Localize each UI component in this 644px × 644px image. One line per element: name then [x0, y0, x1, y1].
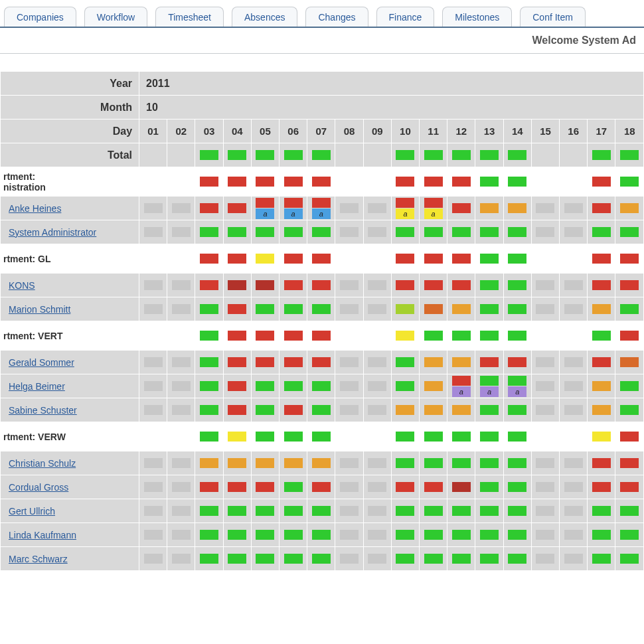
- status-chip: [536, 530, 554, 540]
- status-chip: [144, 530, 163, 540]
- person-link[interactable]: Marion Schmitt: [9, 304, 70, 315]
- grid-cell: [615, 197, 644, 220]
- status-chip: [480, 331, 499, 341]
- tab-changes[interactable]: Changes: [305, 7, 368, 27]
- status-chip: [536, 458, 554, 468]
- grid-cell: [420, 244, 447, 274]
- tab-conf-item[interactable]: Conf Item: [520, 7, 586, 27]
- tab-timesheet[interactable]: Timesheet: [155, 7, 224, 27]
- grid-cell: [307, 499, 335, 523]
- status-chip: [592, 203, 611, 213]
- status-chip: [480, 458, 499, 468]
- status-chip: [536, 506, 554, 516]
- grid-cell: [503, 523, 531, 547]
- person-link[interactable]: Gert Ullrich: [9, 506, 55, 517]
- nav-tabs: CompaniesWorkflowTimesheetAbsencesChange…: [0, 0, 644, 28]
- grid-cell: [195, 398, 223, 422]
- day-col-10: 10: [391, 120, 419, 143]
- tab-workflow[interactable]: Workflow: [84, 7, 147, 27]
- status-chip: [592, 331, 611, 341]
- grid-cell: [447, 523, 475, 547]
- tab-milestones[interactable]: Milestones: [442, 7, 512, 27]
- status-chip: [396, 458, 414, 468]
- status-chip: [564, 458, 583, 468]
- grid-cell: [420, 398, 447, 422]
- grid-cell: [391, 398, 419, 422]
- person-link[interactable]: Cordual Gross: [9, 482, 68, 493]
- status-chip: [592, 150, 611, 160]
- welcome-text: Welcome System Ad: [0, 28, 644, 54]
- grid-cell: [139, 523, 167, 547]
- status-chip: [340, 530, 359, 540]
- timesheet-grid: Year2011Month10Day0102030405060708091011…: [0, 71, 644, 571]
- status-chip: [172, 554, 191, 564]
- grid-cell: [615, 547, 644, 571]
- grid-cell: [335, 197, 363, 220]
- grid-cell: [195, 374, 223, 398]
- grid-cell: [167, 374, 195, 398]
- person-link[interactable]: System Administrator: [9, 227, 96, 238]
- status-chip: [424, 405, 443, 415]
- tab-absences[interactable]: Absences: [232, 7, 297, 27]
- status-chip: [340, 458, 359, 468]
- status-chip: [312, 150, 331, 160]
- status-chip: [536, 482, 554, 492]
- status-chip: [564, 280, 583, 290]
- person-cell: Marc Schwarz: [1, 547, 139, 571]
- grid-cell: [363, 475, 391, 499]
- grid-cell: [335, 523, 363, 547]
- tab-finance[interactable]: Finance: [376, 7, 435, 27]
- status-chip: [256, 280, 274, 290]
- grid-cell: [307, 523, 335, 547]
- status-chip: [200, 432, 218, 442]
- grid-cell: a: [280, 197, 307, 220]
- grid-cell: [615, 374, 644, 398]
- status-chip: [396, 381, 414, 391]
- grid-cell: [335, 143, 363, 167]
- status-chip: [228, 405, 246, 415]
- grid-cell: a: [475, 374, 503, 398]
- status-chip: [508, 458, 526, 468]
- grid-cell: [363, 422, 391, 451]
- person-link[interactable]: Anke Heines: [9, 203, 61, 214]
- person-link[interactable]: Marc Schwarz: [9, 554, 68, 564]
- grid-cell: [139, 451, 167, 475]
- grid-cell: [503, 451, 531, 475]
- person-link[interactable]: Linda Kaufmann: [9, 530, 76, 540]
- grid-cell: [363, 167, 391, 197]
- status-chip: [452, 254, 471, 264]
- status-chip: [452, 405, 471, 415]
- status-chip: [396, 227, 414, 237]
- status-chip: [284, 227, 303, 237]
- grid-cell: [531, 297, 559, 321]
- status-chip: [256, 554, 274, 564]
- person-link[interactable]: Gerald Sommer: [9, 357, 74, 368]
- grid-cell: [251, 475, 279, 499]
- grid-cell: [531, 351, 559, 374]
- person-link[interactable]: Sabine Schuster: [9, 405, 77, 416]
- grid-cell: [560, 274, 588, 297]
- grid-cell: [560, 547, 588, 571]
- grid-cell: [531, 523, 559, 547]
- grid-cell: [447, 451, 475, 475]
- tab-companies[interactable]: Companies: [4, 7, 76, 27]
- grid-cell: [420, 475, 447, 499]
- grid-cell: [560, 523, 588, 547]
- grid-cell: [223, 422, 251, 451]
- status-chip: [200, 280, 218, 290]
- status-chip: [340, 357, 359, 367]
- status-chip: [620, 177, 639, 187]
- grid-cell: [531, 398, 559, 422]
- status-chip: [536, 304, 554, 314]
- status-chip: [228, 482, 246, 492]
- grid-cell: [588, 451, 615, 475]
- person-link[interactable]: Helga Beimer: [9, 381, 65, 392]
- status-chip: [200, 227, 218, 237]
- grid-cell: [280, 351, 307, 374]
- grid-cell: [251, 398, 279, 422]
- person-link[interactable]: Christian Schulz: [9, 458, 76, 469]
- status-chip: [228, 506, 246, 516]
- person-link[interactable]: KONS: [9, 280, 35, 291]
- grid-cell: [195, 422, 223, 451]
- grid-cell: [335, 422, 363, 451]
